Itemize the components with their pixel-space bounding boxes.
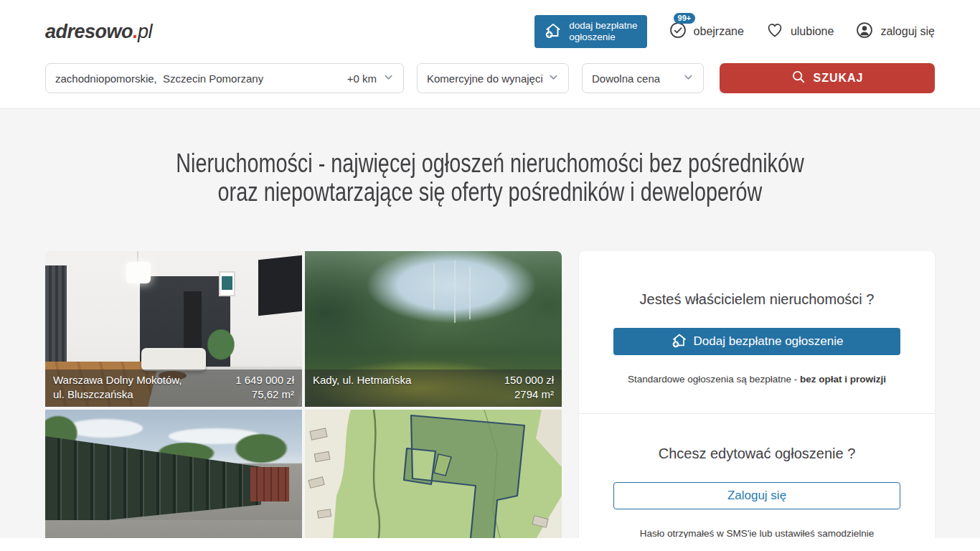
edit-box-note: Hasło otrzymałeś w SMS'ie lub ustawiłeś …: [613, 528, 900, 538]
category-select[interactable]: Komercyjne do wynajęcia: [417, 63, 569, 93]
edit-box-title: Chcesz edytować ogłoszenie ?: [613, 446, 900, 462]
check-circle-icon: [669, 21, 687, 42]
house-plus-icon: [671, 331, 688, 352]
listing-card[interactable]: Nowa Jastrząbka 200 000 zł: [305, 410, 562, 538]
search-button-label: SZUKAJ: [813, 72, 863, 85]
listing-card[interactable]: Kady, ul. Hetmańska 150 000 zł 2794 m²: [305, 251, 562, 407]
logo-tld: pl: [138, 21, 152, 42]
price-value: Dowolna cena: [592, 72, 660, 85]
favorites-label: ulubione: [791, 25, 834, 38]
logo[interactable]: adresowo.pl: [45, 21, 152, 43]
listing-location: Kady, ul. Hetmańska: [313, 373, 411, 387]
listings-grid: Warszawa Dolny Mokotów, 1 649 000 zł ul.…: [45, 251, 562, 538]
main-content: Nieruchomości - najwięcej ogłoszeń nieru…: [0, 109, 980, 538]
login-button[interactable]: Zaloguj się: [613, 482, 900, 509]
listing-area: 75,62 m²: [252, 387, 294, 402]
owner-box: Jesteś właścicielem nieruchomości ? Doda…: [579, 251, 935, 413]
add-listing-label: dodaj bezpłatne ogłoszenie: [569, 20, 637, 42]
login-button-label: Zaloguj się: [727, 489, 786, 503]
location-input[interactable]: zachodniopomorskie, Szczecin Pomorzany +…: [45, 63, 404, 93]
owner-panel: Jesteś właścicielem nieruchomości ? Doda…: [579, 251, 935, 538]
radius-select[interactable]: +0 km: [347, 72, 394, 85]
owner-box-title: Jesteś właścicielem nieruchomości ?: [613, 291, 900, 308]
search-button[interactable]: SZUKAJ: [720, 63, 935, 93]
listing-location: Warszawa Dolny Mokotów,: [53, 373, 182, 387]
radius-value: +0 km: [347, 72, 377, 85]
chevron-down-icon: [683, 72, 694, 85]
add-free-listing-label: Dodaj bezpłatne ogłoszenie: [694, 334, 844, 349]
chevron-down-icon: [383, 72, 394, 85]
viewed-count-badge: 99+: [674, 13, 696, 24]
add-free-listing-button[interactable]: Dodaj bezpłatne ogłoszenie: [613, 328, 900, 355]
search-icon: [791, 69, 806, 88]
listing-overlay: Kady, ul. Hetmańska 150 000 zł 2794 m²: [305, 369, 562, 407]
user-icon: [855, 21, 874, 42]
owner-box-note: Standardowe ogłoszenia są bezpłatne - be…: [613, 374, 900, 385]
listing-card[interactable]: Warszawa Dolny Mokotów, 1 649 000 zł ul.…: [45, 251, 302, 407]
listing-photo-cadastral-map: [305, 410, 562, 538]
heart-icon: [765, 21, 784, 42]
header-nav: dodaj bezpłatne ogłoszenie 99+ obejrzane…: [534, 15, 935, 47]
listing-street: ul. Bluszczańska: [53, 387, 133, 402]
nav-item-viewed[interactable]: 99+ obejrzane: [669, 21, 744, 42]
listing-area: 2794 m²: [514, 387, 554, 402]
listing-photo-storage-containers: [45, 410, 302, 538]
listing-overlay: Warszawa Dolny Mokotów, 1 649 000 zł ul.…: [45, 369, 302, 407]
price-select[interactable]: Dowolna cena: [582, 63, 704, 93]
viewed-label: obejrzane: [694, 25, 744, 38]
edit-box: Chcesz edytować ogłoszenie ? Zaloguj się…: [579, 413, 935, 538]
header: adresowo.pl dodaj bezpłatne ogłoszenie 9…: [0, 0, 980, 63]
nav-item-login[interactable]: zaloguj się: [855, 21, 935, 42]
logo-dot: .: [133, 21, 138, 42]
house-plus-icon: [544, 21, 562, 42]
add-listing-button[interactable]: dodaj bezpłatne ogłoszenie: [534, 15, 646, 47]
login-label: zaloguj się: [880, 25, 935, 38]
location-value: zachodniopomorskie, Szczecin Pomorzany: [55, 72, 263, 85]
category-value: Komercyjne do wynajęcia: [427, 72, 542, 85]
chevron-down-icon: [548, 72, 559, 85]
listing-price: 1 649 000 zł: [235, 373, 294, 387]
listing-card[interactable]: Kraków Prądnik Biały, ul. 700 zł: [45, 410, 302, 538]
page-title-line-1: Nieruchomości - najwięcej ogłoszeń nieru…: [98, 149, 882, 178]
nav-item-favorites[interactable]: ulubione: [765, 21, 834, 42]
logo-brand: adresowo: [45, 21, 133, 42]
page-title: Nieruchomości - najwięcej ogłoszeń nieru…: [0, 149, 980, 207]
search-bar: zachodniopomorskie, Szczecin Pomorzany +…: [0, 63, 980, 109]
page-title-line-2: oraz niepowtarzające się oferty pośredni…: [98, 178, 882, 207]
listing-price: 150 000 zł: [504, 373, 554, 387]
